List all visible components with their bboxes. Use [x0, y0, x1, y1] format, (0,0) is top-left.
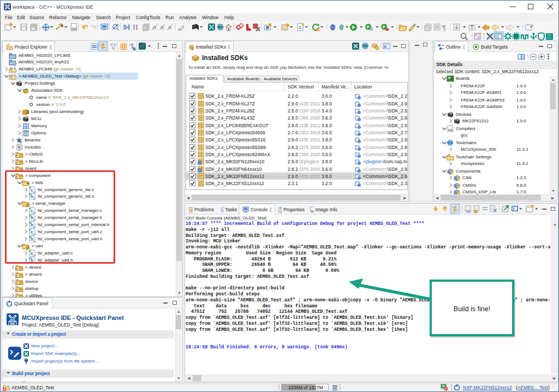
- svg-text:C: C: [15, 296, 17, 297]
- svg-text:IDE: IDE: [10, 322, 15, 325]
- svg-text:C: C: [7, 384, 10, 388]
